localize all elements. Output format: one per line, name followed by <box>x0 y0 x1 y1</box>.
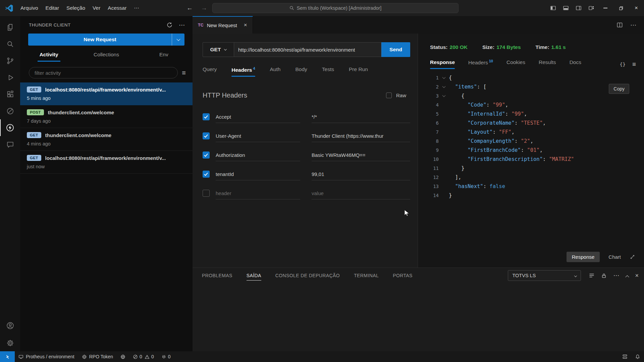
response-tab-cookies[interactable]: Cookies <box>506 59 525 69</box>
accounts-icon[interactable] <box>0 318 20 335</box>
extensions-icon[interactable] <box>0 86 20 103</box>
raw-toggle[interactable]: Raw <box>386 93 406 98</box>
maximize-panel-icon[interactable] <box>626 273 629 279</box>
header-name-field[interactable]: User-Agent <box>216 130 300 142</box>
header-value-field[interactable]: Thunder Client (https://www.thur <box>312 130 410 142</box>
tab-new-request[interactable]: TC New Request × <box>193 16 253 34</box>
output-actions-icon[interactable] <box>589 273 595 279</box>
response-tab-headers[interactable]: Headers10 <box>468 59 493 69</box>
activity-item[interactable]: GETlocalhost:8080/rest/api/framework/env… <box>20 151 193 174</box>
panel-more-icon[interactable]: ⋯ <box>613 272 620 279</box>
panel-tab-saida[interactable]: SAÍDA <box>247 268 261 283</box>
status-problems[interactable]: 0 0 <box>129 351 158 362</box>
minimize-button[interactable] <box>598 0 613 16</box>
activity-item[interactable]: POSTthunderclient.com/welcome7 days ago <box>20 105 193 128</box>
request-tab-tests[interactable]: Tests <box>322 66 334 77</box>
activity-item[interactable]: GETthunderclient.com/welcome4 mins ago <box>20 128 193 151</box>
menu-acessar[interactable]: Acessar <box>104 3 130 13</box>
header-value-field[interactable]: */* <box>312 111 410 123</box>
forward-icon[interactable]: → <box>201 4 207 12</box>
close-panel-icon[interactable]: × <box>635 272 639 279</box>
header-checkbox[interactable] <box>203 113 210 120</box>
sidebar-tab-collections[interactable]: Collections <box>77 52 135 62</box>
run-debug-icon[interactable] <box>0 69 20 86</box>
refresh-icon[interactable] <box>166 22 173 28</box>
remote-indicator[interactable] <box>0 351 15 362</box>
filter-activity-input[interactable] <box>29 67 178 78</box>
menu-more[interactable]: ⋯ <box>130 3 143 13</box>
status-environment[interactable]: Protheus / environment <box>15 351 78 362</box>
header-checkbox[interactable] <box>203 190 210 197</box>
url-input[interactable] <box>234 42 381 57</box>
customize-layout-icon[interactable] <box>585 0 598 16</box>
settings-gear-icon[interactable] <box>0 335 20 351</box>
panel-tab-console-de-depuracao[interactable]: CONSOLE DE DEPURAÇÃO <box>275 268 340 283</box>
command-center-search[interactable]: Sem título (Workspace) [Administrador] <box>212 3 459 13</box>
close-window-button[interactable]: × <box>629 0 644 16</box>
sidebar-tab-activity[interactable]: Activity <box>20 52 77 62</box>
restore-button[interactable] <box>613 0 629 16</box>
chart-view-button[interactable]: Chart <box>608 254 621 260</box>
chat-icon[interactable] <box>0 136 20 153</box>
header-name-field[interactable]: header <box>216 187 300 199</box>
more-actions-icon[interactable]: ⋯ <box>179 21 185 29</box>
request-tab-auth[interactable]: Auth <box>270 66 281 77</box>
header-name-field[interactable]: tenantId <box>216 168 300 180</box>
menu-arquivo[interactable]: Arquivo <box>17 3 42 13</box>
close-tab-icon[interactable]: × <box>244 22 247 28</box>
raw-checkbox[interactable] <box>386 93 392 98</box>
response-tab-docs[interactable]: Docs <box>570 59 581 69</box>
remote-explorer-icon[interactable] <box>0 103 20 119</box>
request-tab-body[interactable]: Body <box>295 66 307 77</box>
toggle-secondary-sidebar-icon[interactable] <box>572 0 585 16</box>
split-editor-icon[interactable] <box>616 22 623 28</box>
response-view-button[interactable]: Response <box>567 252 600 262</box>
format-json-icon[interactable]: {} <box>620 62 625 67</box>
toggle-sidebar-icon[interactable] <box>547 0 559 16</box>
status-language[interactable] <box>117 351 129 362</box>
fold-chevron-icon[interactable] <box>442 85 445 88</box>
new-request-button[interactable]: New Request <box>28 34 184 46</box>
toggle-panel-icon[interactable] <box>559 0 572 16</box>
header-name-field[interactable]: Authorization <box>216 149 300 161</box>
lock-scroll-icon[interactable] <box>601 273 607 279</box>
response-tab-results[interactable]: Results <box>539 59 556 69</box>
response-tab-response[interactable]: Response <box>430 59 455 69</box>
status-ports[interactable]: 0 <box>158 351 174 362</box>
filter-lines-icon[interactable]: ≡ <box>632 61 636 67</box>
back-icon[interactable]: ← <box>186 4 193 12</box>
method-select[interactable]: GET <box>203 42 234 57</box>
search-view-icon[interactable] <box>0 36 20 52</box>
source-control-icon[interactable] <box>0 52 20 69</box>
expand-icon[interactable] <box>630 254 635 260</box>
fold-chevron-icon[interactable] <box>442 94 445 97</box>
request-tab-query[interactable]: Query <box>203 66 217 77</box>
editor-more-actions-icon[interactable]: ⋯ <box>630 21 637 29</box>
panel-tab-terminal[interactable]: TERMINAL <box>354 268 379 283</box>
output-channel-select[interactable]: TOTVS LS <box>508 270 581 281</box>
activity-item[interactable]: GETlocalhost:8080/rest/api/framework/env… <box>20 82 193 105</box>
menu-editar[interactable]: Editar <box>42 3 63 13</box>
request-tab-pre-run[interactable]: Pre Run <box>349 66 368 77</box>
thunder-client-icon[interactable] <box>0 119 20 136</box>
header-value-field[interactable]: 99,01 <box>312 168 410 180</box>
header-checkbox[interactable] <box>203 132 210 139</box>
sidebar-tab-env[interactable]: Env <box>135 52 193 62</box>
status-rpo-token[interactable]: RPO Token <box>78 351 117 362</box>
header-value-field[interactable]: Basic YWRtaW46MQ== <box>312 149 410 161</box>
header-checkbox[interactable] <box>203 171 210 178</box>
explorer-icon[interactable] <box>0 19 20 36</box>
header-value-field[interactable]: value <box>312 187 410 199</box>
menu-selecao[interactable]: Seleção <box>63 3 89 13</box>
copy-button[interactable]: Copy <box>609 84 629 94</box>
header-name-field[interactable]: Accept <box>216 111 300 123</box>
panel-tab-problemas[interactable]: PROBLEMAS <box>202 268 232 283</box>
header-checkbox[interactable] <box>203 152 210 159</box>
fold-chevron-icon[interactable] <box>442 76 445 79</box>
status-notifications[interactable] <box>631 351 644 362</box>
request-tab-headers[interactable]: Headers4 <box>231 66 255 77</box>
menu-ver[interactable]: Ver <box>89 3 104 13</box>
activity-menu-icon[interactable]: ≡ <box>182 69 186 76</box>
send-button[interactable]: Send <box>381 42 410 57</box>
panel-tab-portas[interactable]: PORTAS <box>393 268 413 283</box>
